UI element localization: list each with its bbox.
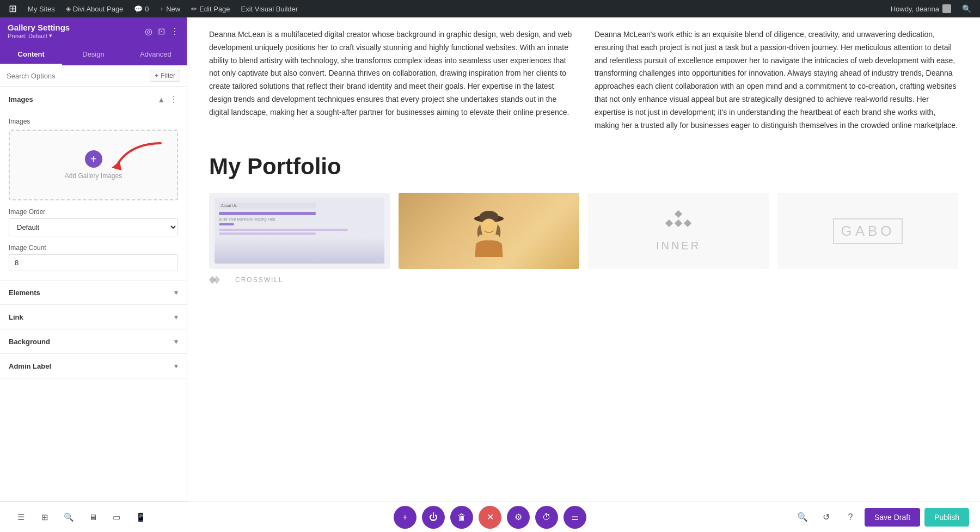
background-section-header[interactable]: Background ▾ — [0, 329, 187, 353]
elements-chevron-icon: ▾ — [174, 288, 178, 297]
refresh-bottom-button[interactable]: ↺ — [817, 507, 836, 527]
bottom-center-actions: + ⏻ 🗑 ✕ ⚙ ⏱ ⚌ — [394, 506, 586, 529]
sidebar: Gallery Settings Preset: Default ▾ ◎ ⊡ ⋮… — [0, 17, 187, 532]
layout-view-icon: ☰ — [17, 512, 24, 522]
image-order-label: Image Order — [9, 208, 178, 216]
portfolio-item-3: INNER — [588, 193, 769, 269]
refresh-icon: ↺ — [823, 512, 830, 522]
admin-bar-right: Howdy, deanna 🔍 — [886, 4, 976, 13]
footer-area: CROSSWILL — [209, 269, 958, 291]
image-count-input[interactable] — [9, 254, 178, 271]
publish-button[interactable]: Publish — [924, 508, 969, 527]
filter-button[interactable]: + Filter — [150, 70, 180, 82]
settings-button[interactable]: ⚙ — [507, 506, 530, 529]
crosswill-text: CROSSWILL — [235, 276, 284, 284]
divi-about-label: Divi About Page — [73, 5, 124, 13]
tab-content[interactable]: Content — [0, 45, 62, 65]
new-label: New — [166, 5, 180, 13]
sidebar-search-bar: + Filter — [0, 65, 187, 87]
image-order-select[interactable]: Default Random Ascending Descending — [9, 218, 178, 236]
new-menu[interactable]: + New — [156, 0, 185, 17]
crosswill-logo-icon — [209, 274, 231, 285]
power-button[interactable]: ⏻ — [422, 506, 445, 529]
screenshot-line-1 — [219, 229, 348, 231]
save-draft-button[interactable]: Save Draft — [865, 508, 920, 527]
gabo-logo: GABO — [833, 218, 902, 244]
my-sites-menu[interactable]: My Sites — [23, 0, 59, 17]
sidebar-header: Gallery Settings Preset: Default ▾ ◎ ⊡ ⋮ — [0, 17, 187, 45]
cancel-button[interactable]: ✕ — [479, 506, 501, 529]
inner-logo: INNER — [656, 210, 701, 252]
divi-about-menu[interactable]: ◈ Divi About Page — [62, 0, 128, 17]
comments-menu[interactable]: 💬 0 — [130, 0, 153, 17]
link-section-controls: ▾ — [174, 313, 178, 321]
red-arrow-indicator — [101, 140, 166, 173]
search-options-input[interactable] — [7, 72, 146, 80]
images-section: Images ▲ ⋮ Images + Add Gallery Images — [0, 87, 187, 280]
wp-logo-item[interactable]: ⊞ — [4, 0, 21, 17]
screenshot-bar — [219, 212, 316, 215]
portfolio-item-1: About Us Build Your Business Helping Fas… — [209, 193, 390, 269]
add-gallery-images-button[interactable]: + — [85, 150, 102, 168]
search-bottom-icon: 🔍 — [797, 512, 808, 522]
elements-section-header[interactable]: Elements ▾ — [0, 280, 187, 304]
history-button[interactable]: ⏱ — [535, 506, 558, 529]
grid-view-button[interactable]: ⊞ — [35, 507, 54, 527]
add-module-button[interactable]: + — [394, 506, 416, 529]
admin-label-section-header[interactable]: Admin Label ▾ — [0, 354, 187, 378]
edit-page-menu[interactable]: ✏ Edit Page — [187, 0, 234, 17]
background-section-controls: ▾ — [174, 337, 178, 346]
exit-builder-menu[interactable]: Exit Visual Builder — [237, 0, 303, 17]
sliders-button[interactable]: ⚌ — [564, 506, 586, 529]
link-section-header[interactable]: Link ▾ — [0, 305, 187, 329]
tab-advanced[interactable]: Advanced — [125, 45, 187, 65]
svg-rect-4 — [675, 210, 682, 218]
layout-toggle-icon[interactable]: ⊡ — [158, 26, 165, 36]
device-desktop-button[interactable]: 🖥 — [83, 507, 102, 527]
sidebar-tabs: Content Design Advanced — [0, 45, 187, 65]
help-button[interactable]: ? — [841, 507, 860, 527]
content-area: Deanna McLean is a multifaceted digital … — [187, 17, 980, 532]
elements-section-title: Elements — [9, 289, 40, 297]
edit-icon: ✏ — [191, 5, 197, 13]
admin-label-chevron-icon: ▾ — [174, 362, 178, 370]
portfolio-item-4: GABO — [777, 193, 958, 269]
admin-bar: ⊞ My Sites ◈ Divi About Page 💬 0 + New ✏… — [0, 0, 980, 17]
wp-logo-icon: ⊞ — [9, 3, 17, 15]
person-image — [399, 193, 579, 269]
howdy-menu[interactable]: Howdy, deanna — [886, 4, 955, 13]
admin-search-icon[interactable]: 🔍 — [958, 4, 976, 13]
sidebar-preset[interactable]: Preset: Default ▾ — [8, 32, 70, 39]
layout-view-button[interactable]: ☰ — [11, 507, 30, 527]
screenshot-details — [219, 223, 234, 225]
delete-module-button[interactable]: 🗑 — [450, 506, 473, 529]
portfolio-section: My Portfolio About Us Build Your Busines… — [209, 154, 958, 269]
sidebar-header-left: Gallery Settings Preset: Default ▾ — [8, 23, 70, 39]
svg-point-3 — [481, 219, 497, 236]
tab-design[interactable]: Design — [62, 45, 124, 65]
background-section: Background ▾ — [0, 329, 187, 354]
link-section-title: Link — [9, 313, 23, 321]
tab-design-label: Design — [82, 50, 104, 58]
tab-content-label: Content — [18, 50, 45, 58]
more-options-icon[interactable]: ⋮ — [170, 26, 179, 36]
divi-page-icon: ◈ — [66, 5, 71, 13]
device-mobile-button[interactable]: 📱 — [131, 507, 150, 527]
search-view-button[interactable]: 🔍 — [59, 507, 78, 527]
exit-builder-label: Exit Visual Builder — [241, 5, 298, 13]
portfolio-grid: About Us Build Your Business Helping Fas… — [209, 193, 958, 269]
sidebar-header-icons: ◎ ⊡ ⋮ — [145, 26, 179, 36]
filter-label: Filter — [161, 72, 175, 80]
search-bottom-button[interactable]: 🔍 — [793, 507, 812, 527]
background-section-title: Background — [9, 338, 50, 346]
image-count-field: Image Count — [9, 244, 178, 271]
images-dots-icon[interactable]: ⋮ — [169, 94, 178, 105]
images-section-header[interactable]: Images ▲ ⋮ — [0, 87, 187, 112]
help-icon: ? — [848, 512, 853, 522]
inner-logo-text: INNER — [656, 240, 701, 252]
main-layout: Gallery Settings Preset: Default ▾ ◎ ⊡ ⋮… — [0, 17, 980, 532]
device-tablet-icon: ▭ — [113, 512, 120, 522]
device-tablet-button[interactable]: ▭ — [107, 507, 126, 527]
focus-icon[interactable]: ◎ — [145, 26, 152, 36]
preset-label: Preset: Default — [8, 33, 47, 39]
